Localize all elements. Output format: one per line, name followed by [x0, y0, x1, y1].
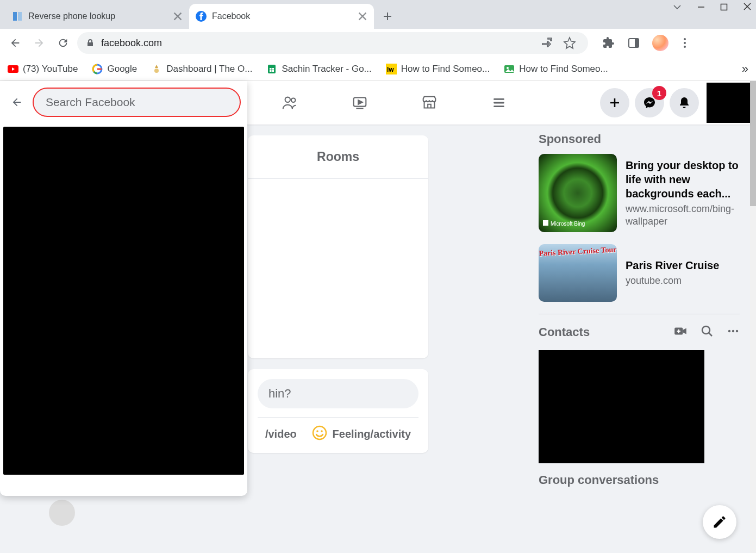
back-button[interactable] — [5, 33, 25, 53]
avatar — [49, 500, 75, 526]
tab-reverse-phone[interactable]: Reverse phone lookup — [5, 4, 189, 29]
window-close-icon[interactable] — [743, 2, 752, 15]
svg-rect-1 — [18, 12, 22, 21]
tab-title: Reverse phone lookup — [28, 11, 170, 21]
ad-image: Paris River Cruise Tour — [539, 244, 617, 302]
new-message-button[interactable] — [703, 505, 736, 539]
rooms-tab[interactable]: Rooms — [248, 135, 428, 179]
picture-icon — [504, 64, 515, 74]
profile-avatar[interactable] — [652, 35, 668, 51]
share-icon[interactable] — [540, 36, 553, 49]
bookmark-label: How to Find Someo... — [401, 64, 490, 74]
ad-bing-wallpaper[interactable]: Microsoft Bing Bring your desktop to lif… — [539, 154, 740, 232]
svg-point-18 — [285, 97, 290, 102]
svg-point-25 — [702, 326, 710, 334]
new-room-icon[interactable] — [673, 324, 688, 340]
close-icon[interactable] — [358, 11, 367, 21]
star-icon[interactable] — [563, 36, 576, 49]
tab-facebook[interactable]: Facebook — [189, 4, 374, 29]
svg-point-28 — [736, 330, 738, 332]
svg-point-23 — [321, 430, 323, 432]
search-results-redacted — [3, 127, 244, 475]
close-icon[interactable] — [173, 11, 183, 21]
bookmark-youtube[interactable]: (73) YouTube — [8, 64, 78, 74]
contacts-redacted — [539, 350, 704, 463]
watch-nav[interactable] — [325, 82, 395, 124]
address-bar: facebook.com — [0, 29, 756, 57]
messenger-badge: 1 — [652, 86, 666, 100]
ad-url: youtube.com — [626, 275, 719, 287]
tab-title: Facebook — [212, 11, 354, 21]
divider — [539, 314, 740, 314]
bookmarks-overflow-icon[interactable]: » — [742, 62, 748, 76]
lock-icon — [86, 39, 95, 47]
svg-point-8 — [684, 46, 686, 48]
right-column: Sponsored Microsoft Bing Bring your desk… — [539, 132, 740, 487]
browser-tab-strip: Reverse phone lookup Facebook — [0, 0, 756, 29]
bookmark-pic[interactable]: How to Find Someo... — [504, 64, 608, 74]
favicon-facebook — [196, 11, 207, 22]
search-input[interactable] — [46, 96, 228, 109]
window-controls — [672, 2, 752, 15]
notifications-button[interactable] — [670, 88, 699, 117]
svg-text:lw: lw — [387, 66, 394, 73]
more-icon[interactable] — [727, 325, 740, 340]
bookmark-dashboard[interactable]: Dashboard | The O... — [151, 64, 252, 74]
ad-title: Paris River Cruise — [626, 258, 719, 272]
group-conversations-heading: Group conversations — [539, 473, 740, 487]
bookmarks-bar: (73) YouTube Google Dashboard | The O...… — [0, 57, 756, 81]
ad-url: www.microsoft.com/bing-wallpaper — [626, 203, 740, 228]
search-field-highlighted[interactable] — [33, 88, 241, 117]
minimize-icon[interactable] — [697, 2, 705, 15]
extensions-icon[interactable] — [602, 36, 615, 49]
maximize-icon[interactable] — [720, 2, 728, 15]
ad-paris-cruise[interactable]: Paris River Cruise Tour Paris River Crui… — [539, 244, 740, 302]
ad-image: Microsoft Bing — [539, 154, 617, 232]
ad-brand: Microsoft Bing — [543, 220, 585, 227]
search-back-button[interactable] — [7, 92, 27, 113]
sponsored-heading: Sponsored — [539, 132, 740, 146]
divider — [258, 417, 418, 418]
svg-point-6 — [684, 38, 686, 40]
contacts-heading: Contacts — [539, 325, 590, 339]
messenger-button[interactable]: 1 — [635, 88, 664, 117]
omnibox[interactable]: facebook.com — [77, 32, 588, 54]
marketplace-nav[interactable] — [395, 82, 464, 124]
ad-title: Bring your desktop to life with new back… — [626, 158, 740, 201]
bookmark-label: Dashboard | The O... — [166, 64, 252, 74]
vertical-scrollbar[interactable] — [750, 81, 756, 553]
bookmark-label: How to Find Someo... — [519, 64, 608, 74]
new-tab-button[interactable] — [378, 7, 397, 26]
feed-column: Rooms hin? /video Feeling/activity — [248, 135, 428, 453]
generic-icon — [151, 64, 162, 74]
compose-input[interactable]: hin? — [258, 379, 418, 408]
svg-point-11 — [154, 69, 159, 73]
compose-feeling[interactable]: Feeling/activity — [312, 425, 411, 443]
forward-button — [29, 33, 49, 53]
friends-nav[interactable] — [255, 82, 325, 124]
search-icon[interactable] — [701, 325, 714, 340]
create-button[interactable] — [600, 88, 629, 117]
profile-redacted[interactable] — [707, 83, 750, 123]
facebook-page: 1 Rooms hin? /video Feeling/activity Spo… — [0, 81, 756, 553]
bookmark-google[interactable]: Google — [92, 64, 137, 74]
svg-point-7 — [684, 42, 686, 44]
svg-point-26 — [728, 330, 730, 332]
sheets-icon — [266, 64, 277, 74]
kebab-icon[interactable] — [678, 36, 691, 49]
svg-rect-5 — [635, 39, 639, 47]
bookmark-label: Sachin Tracker - Go... — [282, 64, 371, 74]
favicon-reverse-phone — [12, 11, 23, 22]
reload-button[interactable] — [53, 33, 73, 53]
menu-nav[interactable] — [464, 82, 534, 124]
svg-rect-3 — [721, 4, 727, 10]
suggestion-row[interactable] — [49, 500, 75, 526]
sidepanel-icon[interactable] — [627, 36, 640, 49]
svg-rect-0 — [13, 12, 17, 21]
chevron-down-icon[interactable] — [672, 2, 682, 15]
compose-video[interactable]: /video — [265, 425, 297, 443]
svg-point-19 — [291, 98, 296, 103]
lw-icon: lw — [386, 64, 397, 74]
bookmark-lw[interactable]: lw How to Find Someo... — [386, 64, 490, 74]
bookmark-sheets[interactable]: Sachin Tracker - Go... — [266, 64, 371, 74]
